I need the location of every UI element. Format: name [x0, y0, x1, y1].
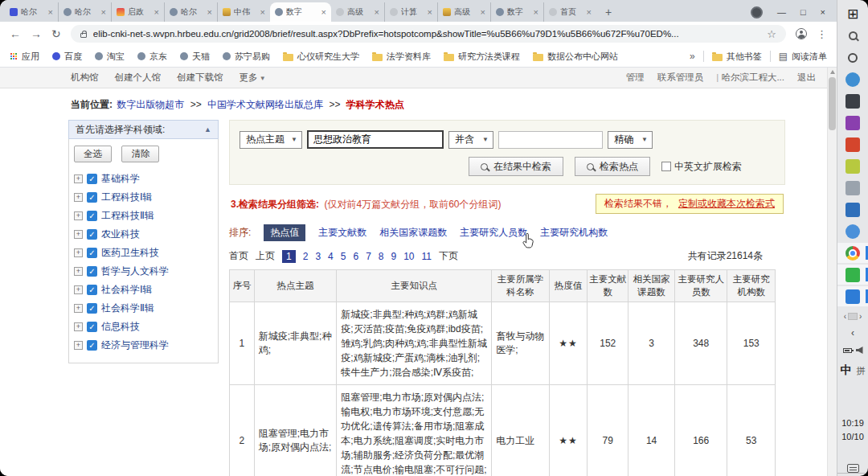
- other-bookmarks-folder[interactable]: 其他书签: [712, 51, 762, 63]
- pagination-page[interactable]: 1: [282, 250, 296, 263]
- battery-icon[interactable]: [843, 348, 852, 353]
- browser-tab[interactable]: 高级×: [331, 2, 384, 22]
- bookmarks-overflow-icon[interactable]: »: [690, 51, 695, 62]
- sort-option[interactable]: 相关国家课题数: [379, 226, 447, 240]
- tab-close-icon[interactable]: ×: [375, 8, 379, 17]
- notification-center-icon[interactable]: [847, 464, 859, 473]
- browser-tab[interactable]: 数字×: [270, 2, 331, 22]
- browser-tab[interactable]: 计算×: [384, 2, 437, 22]
- maximize-button[interactable]: □: [800, 8, 806, 17]
- pagination-page[interactable]: 3: [315, 251, 321, 262]
- tab-close-icon[interactable]: ×: [428, 8, 432, 17]
- pagination-page[interactable]: 6: [353, 251, 358, 262]
- bookmark-item[interactable]: 天猫: [180, 51, 210, 63]
- reading-list-button[interactable]: ▤ 阅读清单: [779, 51, 827, 63]
- site-nav-link[interactable]: 管理: [626, 72, 645, 84]
- expand-plus-icon[interactable]: [74, 304, 83, 313]
- tab-close-icon[interactable]: ×: [48, 8, 53, 17]
- taskbar-scroll-thumb[interactable]: [848, 313, 858, 320]
- bookmark-item[interactable]: 苏宁易购: [223, 51, 270, 63]
- pagination-next[interactable]: 下页: [439, 249, 458, 263]
- url-omnibox[interactable]: elib-cnki-net-s.wvpn.hrbeu.edu.cn/grid20…: [71, 25, 786, 43]
- browser-tab[interactable]: 首页×: [543, 2, 596, 22]
- taskbar-clock[interactable]: 10:19 10/10: [841, 416, 864, 443]
- browser-tab[interactable]: 数字×: [490, 2, 543, 22]
- browser-tab[interactable]: 哈尔×: [164, 2, 217, 22]
- browser-tab[interactable]: 中伟×: [217, 2, 270, 22]
- sort-option[interactable]: 主要研究机构数: [540, 226, 608, 240]
- forward-icon[interactable]: →: [31, 28, 42, 39]
- taskbar-file-explorer-icon[interactable]: [837, 178, 868, 198]
- subject-item[interactable]: 工程科技Ⅰ辑: [74, 188, 213, 207]
- column-header[interactable]: 主要所属学科名称: [492, 270, 550, 302]
- taskbar-outlook-icon[interactable]: [837, 199, 868, 220]
- column-header[interactable]: 序号: [230, 270, 255, 302]
- taskbar-wechat-icon[interactable]: [837, 265, 868, 285]
- browser-tab[interactable]: 启政×: [111, 2, 164, 22]
- bookmark-item[interactable]: 京东: [137, 51, 167, 63]
- checkbox-checked-icon[interactable]: [87, 303, 97, 314]
- subject-item[interactable]: 经济与管理科学: [74, 336, 213, 355]
- tab-close-icon[interactable]: ×: [207, 8, 212, 17]
- profile-avatar-icon[interactable]: [796, 28, 807, 39]
- pagination-first[interactable]: 首页: [229, 249, 248, 263]
- checkbox-checked-icon[interactable]: [87, 174, 97, 184]
- subject-item[interactable]: 基础科学: [74, 170, 213, 188]
- column-header[interactable]: 主要知识点: [337, 270, 492, 302]
- sort-option[interactable]: 热点值: [264, 224, 305, 241]
- subject-item[interactable]: 信息科技: [74, 318, 213, 336]
- checkbox-checked-icon[interactable]: [87, 229, 97, 240]
- column-header[interactable]: 主要研究机构数: [727, 270, 776, 302]
- taskbar-edge-icon[interactable]: [837, 69, 868, 89]
- hidden-icons-chevron[interactable]: ‹: [851, 327, 854, 339]
- subject-item[interactable]: 医药卫生科技: [74, 244, 213, 262]
- page-scrollbar[interactable]: [827, 68, 837, 476]
- taskbar-scroll-row[interactable]: ‹ ›: [844, 312, 862, 321]
- pagination-page[interactable]: 10: [403, 251, 414, 262]
- taskbar-sticky-notes-icon[interactable]: [837, 156, 868, 176]
- expand-plus-icon[interactable]: [74, 267, 83, 276]
- checkbox-checked-icon[interactable]: [87, 322, 97, 332]
- tab-close-icon[interactable]: ×: [101, 8, 106, 17]
- cell-topic[interactable]: 新城疫;非典型;种鸡;: [254, 302, 337, 385]
- site-nav-link[interactable]: 哈尔滨工程大...: [716, 72, 784, 84]
- query-input[interactable]: [307, 130, 444, 149]
- scroll-right-icon[interactable]: ›: [859, 312, 862, 321]
- scrollbar-thumb[interactable]: [829, 77, 836, 130]
- expand-plus-icon[interactable]: [74, 211, 83, 220]
- site-nav-link[interactable]: 创建个人馆: [115, 72, 162, 84]
- new-tab-button[interactable]: +: [600, 3, 617, 21]
- checkbox-checked-icon[interactable]: [87, 285, 97, 295]
- taskbar-task-view-icon[interactable]: [837, 47, 868, 68]
- clear-button[interactable]: 清除: [121, 146, 159, 162]
- match-select[interactable]: 精确 ▼: [608, 131, 653, 149]
- back-icon[interactable]: ←: [10, 28, 21, 39]
- cell-topic[interactable]: 阻塞管理;电力市场;原对偶内点法;: [254, 385, 337, 476]
- show-desktop-button[interactable]: [837, 473, 868, 476]
- checkbox-checked-icon[interactable]: [87, 266, 97, 277]
- expand-plus-icon[interactable]: [74, 193, 83, 202]
- bookmark-item[interactable]: 法学资料库: [372, 51, 431, 63]
- expand-plus-icon[interactable]: [74, 285, 83, 294]
- pagination-page[interactable]: 4: [328, 251, 334, 262]
- save-query-link[interactable]: 定制或收藏本次检索式: [678, 198, 775, 209]
- checkbox-checked-icon[interactable]: [87, 192, 97, 203]
- checkbox-checked-icon[interactable]: [87, 340, 97, 351]
- site-nav-link[interactable]: 机构馆: [71, 72, 99, 84]
- search-in-results-button[interactable]: 在结果中检索: [469, 157, 563, 176]
- bilingual-extend-checkbox[interactable]: 中英文扩展检索: [661, 160, 742, 174]
- pagination-page[interactable]: 2: [303, 251, 309, 262]
- tab-close-icon[interactable]: ×: [534, 8, 538, 17]
- pagination-page[interactable]: 7: [366, 251, 371, 262]
- tab-close-icon[interactable]: ×: [154, 8, 159, 17]
- taskbar-blue-app-icon[interactable]: [837, 286, 868, 306]
- pagination-page[interactable]: 8: [379, 251, 384, 262]
- checkbox-unchecked-icon[interactable]: [661, 162, 671, 171]
- pagination-page[interactable]: 9: [391, 251, 397, 262]
- collapse-icon[interactable]: ▲: [204, 125, 211, 133]
- subject-item[interactable]: 社会科学Ⅰ辑: [74, 281, 213, 299]
- pagination-page[interactable]: 11: [422, 251, 432, 262]
- column-header[interactable]: 相关国家课题数: [628, 270, 674, 302]
- expand-plus-icon[interactable]: [74, 341, 83, 350]
- browser-tab[interactable]: 哈尔×: [5, 2, 58, 22]
